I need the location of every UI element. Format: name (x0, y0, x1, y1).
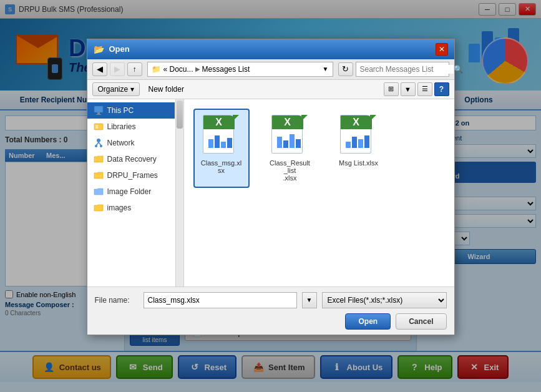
dialog-title-left: 📂 Open (94, 44, 130, 54)
file-item-classmsg[interactable]: X (193, 109, 250, 188)
path-arrow: ▶ (195, 66, 200, 72)
file-icon-classmsg: X (203, 115, 240, 155)
svg-rect-4 (95, 125, 98, 129)
view-dropdown-button[interactable]: ▼ (401, 82, 416, 96)
svg-rect-2 (96, 114, 101, 115)
libraries-label: Libraries (107, 122, 136, 131)
sidebar-item-drpuframes[interactable]: DRPU_Frames (87, 167, 175, 184)
dialog-title-text: Open (109, 44, 130, 54)
help-dialog-button[interactable]: ? (434, 82, 449, 96)
dialog-close-button[interactable]: ✕ (436, 43, 448, 56)
sidebar-scrollbar-track (175, 99, 183, 287)
footer-row1: File name: ▼ Excel Files(*.xls;*.xlsx) (95, 292, 447, 308)
imagefolder-label: Image Folder (107, 187, 152, 196)
up-button[interactable]: ↑ (127, 62, 142, 76)
organize-bar: Organize ▾ New folder ⊞ ▼ ☰ ? (87, 80, 454, 99)
dialog-body: This PC Libraries Network (87, 99, 454, 287)
filename-dropdown-button[interactable]: ▼ (302, 292, 317, 308)
sidebar-item-imagefolder[interactable]: Image Folder (87, 184, 175, 200)
refresh-button[interactable]: ↻ (338, 62, 353, 76)
network-icon (94, 138, 104, 148)
footer-row2: Open Cancel (95, 313, 447, 330)
file-icon-msglist: X (340, 115, 378, 155)
images-label: images (107, 203, 132, 212)
svg-point-5 (97, 139, 100, 142)
sidebar-item-images[interactable]: images (87, 200, 175, 216)
folder-drpu-icon (94, 170, 104, 180)
path-dropdown-icon: ▼ (323, 66, 329, 72)
cancel-button[interactable]: Cancel (396, 313, 446, 330)
search-bar: 🔍 (356, 62, 449, 77)
monitor-icon (94, 105, 104, 115)
back-button[interactable]: ◀ (92, 62, 107, 76)
new-folder-button[interactable]: New folder (144, 83, 189, 96)
organize-area: Organize ▾ New folder (92, 82, 189, 96)
view-controls: ⊞ ▼ ☰ ? (384, 82, 449, 96)
forward-button[interactable]: ▶ (110, 62, 125, 76)
svg-rect-0 (94, 106, 103, 112)
thispc-label: This PC (107, 106, 134, 115)
sidebar-scrollbar-thumb[interactable] (177, 100, 183, 129)
dialog-sidebar: This PC Libraries Network (87, 99, 184, 287)
file-label-classmsg: Class_msg.xlsx (200, 159, 243, 174)
svg-point-9 (100, 145, 102, 147)
search-icon: 🔍 (454, 65, 463, 74)
filename-label: File name: (95, 296, 139, 305)
sidebar-scroll-area: This PC Libraries Network (87, 102, 183, 216)
search-input[interactable] (360, 65, 454, 74)
file-open-dialog: 📂 Open ✕ ◀ ▶ ↑ 📁 « Docu... ▶ Messages Li… (87, 39, 455, 335)
folder-recovery-icon (94, 154, 104, 164)
datarecovery-label: Data Recovery (107, 155, 157, 164)
new-folder-label: New folder (149, 85, 184, 94)
dialog-footer: File name: ▼ Excel Files(*.xls;*.xlsx) O… (87, 287, 454, 335)
sidebar-item-libraries[interactable]: Libraries (87, 119, 175, 135)
dialog-files-area: X (184, 99, 454, 287)
dialog-folder-icon: 📂 (94, 44, 104, 54)
file-item-msglist[interactable]: X Msg Lis (331, 109, 387, 188)
sidebar-item-network[interactable]: Network (87, 135, 175, 151)
organize-button[interactable]: Organize ▾ (92, 82, 140, 96)
file-label-classresult: Class_Result_list.xlsx (268, 159, 312, 182)
filetype-select[interactable]: Excel Files(*.xls;*.xlsx) (322, 292, 447, 308)
libraries-icon (94, 122, 104, 132)
path-bar[interactable]: 📁 « Docu... ▶ Messages List ▼ (147, 62, 333, 77)
dialog-title-bar: 📂 Open ✕ (87, 39, 454, 59)
path-part2: Messages List (202, 65, 250, 74)
file-item-classresult[interactable]: X Class_R (262, 109, 318, 188)
sidebar-item-datarecovery[interactable]: Data Recovery (87, 151, 175, 167)
file-open-dialog-overlay: 📂 Open ✕ ◀ ▶ ↑ 📁 « Docu... ▶ Messages Li… (0, 0, 541, 392)
path-folder-icon: 📁 (152, 65, 161, 74)
drpuframes-label: DRPU_Frames (107, 171, 158, 180)
folder-images-icon (94, 203, 104, 213)
folder-image-icon (94, 187, 104, 197)
organize-label: Organize ▾ (98, 85, 134, 94)
dialog-toolbar: ◀ ▶ ↑ 📁 « Docu... ▶ Messages List ▼ ↻ 🔍 (87, 59, 454, 80)
network-label: Network (107, 139, 135, 147)
open-button[interactable]: Open (345, 313, 391, 330)
svg-point-8 (95, 145, 97, 147)
path-part1: « Docu... (163, 65, 193, 74)
svg-rect-1 (97, 112, 100, 114)
view-list-button[interactable]: ☰ (417, 82, 432, 96)
sidebar-item-thispc[interactable]: This PC (87, 102, 175, 119)
view-icon-button[interactable]: ⊞ (384, 82, 399, 96)
file-label-msglist: Msg List.xlsx (339, 159, 378, 167)
file-icon-classresult: X (271, 115, 309, 155)
filename-input[interactable] (144, 292, 297, 308)
